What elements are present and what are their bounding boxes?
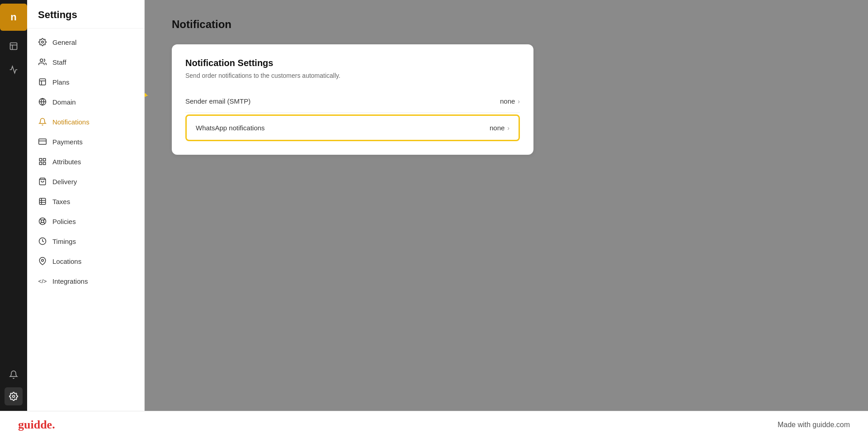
whatsapp-value: none ›: [490, 124, 509, 132]
footer-tagline: Made with guidde.com: [778, 421, 850, 429]
sidebar-item-payments[interactable]: Payments: [27, 132, 144, 152]
sidebar-item-domain-label: Domain: [52, 98, 76, 106]
svg-rect-9: [39, 158, 42, 161]
footer: guidde. Made with guidde.com: [0, 411, 868, 438]
footer-logo: guidde.: [18, 418, 55, 432]
sidebar-item-integrations[interactable]: </> Integrations: [27, 271, 144, 291]
rail-icon-notifications[interactable]: [5, 366, 23, 384]
sidebar-item-timings-label: Timings: [52, 238, 76, 245]
rail-icon-analytics[interactable]: [5, 61, 23, 79]
sidebar-nav: General Staff Plans Domain: [27, 29, 144, 411]
domain-icon: [38, 97, 47, 106]
sidebar: Settings General Staff Plans: [27, 0, 145, 411]
sidebar-item-attributes[interactable]: Attributes: [27, 152, 144, 171]
attributes-icon: [38, 157, 47, 166]
sidebar-item-locations[interactable]: Locations: [27, 251, 144, 271]
whatsapp-notifications-row[interactable]: WhatsApp notifications none ›: [185, 114, 520, 141]
taxes-icon: [38, 197, 47, 206]
sidebar-item-staff[interactable]: Staff: [27, 52, 144, 72]
sender-email-row[interactable]: Sender email (SMTP) none ›: [185, 90, 520, 113]
card-subtitle: Send order notifications to the customer…: [185, 72, 520, 79]
sidebar-item-notifications-label: Notifications: [52, 118, 90, 126]
sidebar-item-policies[interactable]: Policies: [27, 211, 144, 231]
svg-point-2: [42, 41, 44, 43]
notifications-icon: [38, 117, 47, 126]
sidebar-item-attributes-label: Attributes: [52, 158, 81, 166]
page-title: Notification: [172, 18, 841, 31]
sidebar-item-integrations-label: Integrations: [52, 277, 88, 285]
sender-email-label: Sender email (SMTP): [185, 97, 250, 105]
integrations-icon: </>: [38, 276, 47, 286]
svg-rect-11: [39, 162, 42, 165]
sidebar-item-policies-label: Policies: [52, 218, 76, 225]
sender-email-value: none ›: [500, 97, 520, 105]
sidebar-item-taxes[interactable]: Taxes: [27, 191, 144, 211]
svg-point-1: [13, 395, 15, 398]
svg-rect-0: [10, 43, 17, 50]
svg-line-18: [43, 222, 45, 224]
delivery-icon: [38, 177, 47, 186]
sidebar-item-general-label: General: [52, 38, 76, 46]
svg-rect-14: [39, 198, 46, 205]
sidebar-item-delivery[interactable]: Delivery: [27, 171, 144, 191]
icon-rail: n: [0, 0, 27, 411]
sidebar-item-delivery-label: Delivery: [52, 178, 77, 186]
payments-icon: [38, 137, 47, 146]
svg-rect-7: [39, 139, 47, 144]
svg-line-17: [40, 219, 42, 220]
svg-point-23: [42, 259, 44, 262]
staff-icon: [38, 57, 47, 67]
svg-line-20: [43, 219, 45, 220]
sender-email-chevron: ›: [518, 98, 520, 105]
sidebar-item-payments-label: Payments: [52, 138, 83, 146]
sidebar-header: Settings: [27, 0, 144, 29]
rail-icon-orders[interactable]: [5, 37, 23, 55]
whatsapp-chevron: ›: [507, 124, 509, 132]
svg-rect-12: [43, 162, 46, 165]
sidebar-item-timings[interactable]: Timings: [27, 231, 144, 251]
app-logo[interactable]: n: [0, 4, 27, 31]
policies-icon: [38, 217, 47, 226]
timings-icon: [38, 237, 47, 246]
main-content: Notification Notification Settings Send …: [145, 0, 868, 411]
sidebar-item-plans[interactable]: Plans: [27, 72, 144, 92]
sidebar-item-domain[interactable]: Domain: [27, 92, 144, 112]
sidebar-item-notifications[interactable]: Notifications: [27, 112, 144, 132]
sidebar-item-taxes-label: Taxes: [52, 198, 70, 205]
svg-rect-4: [39, 79, 46, 85]
sidebar-item-staff-label: Staff: [52, 58, 66, 66]
sidebar-item-plans-label: Plans: [52, 78, 70, 86]
card-title: Notification Settings: [185, 58, 520, 68]
svg-line-21: [40, 222, 42, 224]
locations-icon: [38, 257, 47, 266]
svg-rect-10: [43, 158, 46, 161]
general-icon: [38, 38, 47, 47]
whatsapp-label: WhatsApp notifications: [196, 124, 265, 132]
plans-icon: [38, 77, 47, 86]
sidebar-item-locations-label: Locations: [52, 257, 81, 265]
svg-point-3: [40, 59, 43, 62]
sidebar-item-general[interactable]: General: [27, 32, 144, 52]
rail-icon-settings[interactable]: [5, 387, 23, 405]
svg-point-16: [41, 220, 44, 223]
notification-card: Notification Settings Send order notific…: [172, 44, 533, 155]
